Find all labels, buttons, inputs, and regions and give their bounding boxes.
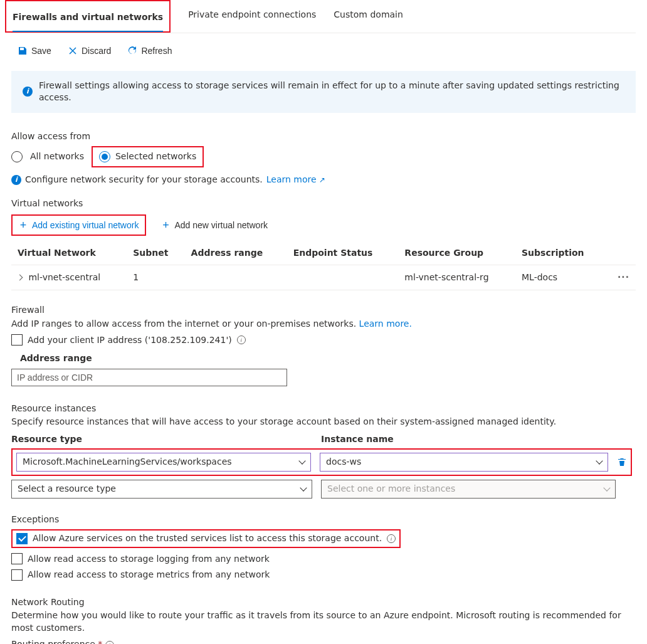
col-subscription: Subscription <box>515 242 606 265</box>
checkbox-trusted-services-label: Allow Azure services on the trusted serv… <box>33 532 382 545</box>
tabs-bar: Firewalls and virtual networks Private e… <box>11 0 636 33</box>
exceptions-heading: Exceptions <box>11 514 636 526</box>
plus-icon: + <box>19 221 28 230</box>
tab-private-endpoint[interactable]: Private endpoint connections <box>188 0 316 33</box>
learn-more-link[interactable]: Learn more ↗ <box>266 174 325 186</box>
refresh-icon <box>127 46 137 56</box>
radio-all-networks-label[interactable]: All networks <box>30 150 84 163</box>
save-button[interactable]: Save <box>14 43 55 58</box>
external-link-icon: ↗ <box>319 176 325 184</box>
col-instance-name: Instance name <box>321 433 636 446</box>
save-icon <box>18 46 28 56</box>
chevron-down-icon <box>596 457 602 464</box>
checkbox-logging[interactable] <box>11 553 23 564</box>
radio-all-networks[interactable] <box>11 151 23 162</box>
vnet-subnet: 1 <box>127 265 184 290</box>
network-routing-heading: Network Routing <box>11 596 636 609</box>
checkbox-logging-label: Allow read access to storage logging fro… <box>28 553 270 566</box>
config-security-text: i Configure network security for your st… <box>11 174 636 186</box>
allow-access-label: Allow access from <box>11 130 636 143</box>
col-virtual-network: Virtual Network <box>11 242 127 265</box>
resource-instances-heading: Resource instances <box>11 403 636 415</box>
col-subnet: Subnet <box>127 242 184 265</box>
add-new-vnet-button[interactable]: + Add new virtual network <box>155 214 274 236</box>
chevron-down-icon <box>300 484 307 491</box>
vnet-rg: ml-vnet-scentral-rg <box>398 265 515 290</box>
vnet-table: Virtual Network Subnet Address range End… <box>11 242 636 290</box>
info-banner: i Firewall settings allowing access to s… <box>11 71 636 113</box>
address-range-input[interactable] <box>11 369 287 386</box>
virtual-networks-heading: Virtual networks <box>11 198 636 210</box>
instance-name-select[interactable]: docs-ws <box>320 453 608 472</box>
highlight-firewalls-tab: Firewalls and virtual networks <box>5 0 171 33</box>
vnet-endpoint <box>287 265 399 290</box>
checkbox-trusted-services[interactable] <box>16 533 28 544</box>
info-icon: i <box>11 175 21 185</box>
highlight-resource-row: Microsoft.MachineLearningServices/worksp… <box>11 448 632 476</box>
row-more-icon[interactable]: ··· <box>618 272 629 282</box>
allow-access-radios: All networks Selected networks <box>11 146 636 167</box>
resource-type-placeholder-select[interactable]: Select a resource type <box>11 480 312 499</box>
tab-custom-domain[interactable]: Custom domain <box>334 0 403 33</box>
info-icon: i <box>23 87 33 97</box>
highlight-add-existing: + Add existing virtual network <box>11 214 146 236</box>
close-icon <box>68 46 78 56</box>
vnet-sub: ML-docs <box>515 265 606 290</box>
chevron-down-icon <box>603 484 610 491</box>
radio-selected-networks-label[interactable]: Selected networks <box>115 150 196 163</box>
radio-selected-networks[interactable] <box>99 151 110 162</box>
network-routing-desc: Determine how you would like to route yo… <box>11 610 636 634</box>
info-icon[interactable]: i <box>105 641 114 644</box>
col-address-range: Address range <box>185 242 287 265</box>
checkbox-client-ip-label: Add your client IP address ('108.252.109… <box>28 334 232 347</box>
info-icon[interactable]: i <box>387 534 396 543</box>
toolbar: Save Discard Refresh <box>11 43 636 58</box>
info-banner-text: Firewall settings allowing access to sto… <box>39 80 624 104</box>
checkbox-client-ip[interactable] <box>11 334 23 346</box>
instance-name-placeholder-select[interactable]: Select one or more instances <box>321 480 616 499</box>
add-existing-vnet-button[interactable]: + Add existing virtual network <box>13 216 145 235</box>
plus-icon: + <box>161 221 170 230</box>
checkbox-metrics[interactable] <box>11 569 23 581</box>
tab-firewalls[interactable]: Firewalls and virtual networks <box>13 3 163 31</box>
address-range-label: Address range <box>20 352 636 365</box>
highlight-trusted-services: Allow Azure services on the trusted serv… <box>11 529 401 548</box>
refresh-button[interactable]: Refresh <box>124 43 176 58</box>
col-resource-group: Resource Group <box>398 242 515 265</box>
discard-button[interactable]: Discard <box>64 43 115 58</box>
info-icon[interactable]: i <box>237 335 246 344</box>
col-resource-type: Resource type <box>11 433 312 446</box>
firewall-heading: Firewall <box>11 304 636 317</box>
highlight-selected-networks: Selected networks <box>92 146 204 167</box>
delete-icon[interactable] <box>617 457 627 467</box>
firewall-learn-more-link[interactable]: Learn more. <box>359 319 412 329</box>
vnet-name: ml-vnet-scentral <box>28 272 100 282</box>
checkbox-metrics-label: Allow read access to storage metrics fro… <box>28 569 270 581</box>
vnet-row[interactable]: ml-vnet-scentral 1 ml-vnet-scentral-rg M… <box>11 265 636 290</box>
vnet-range <box>185 265 287 290</box>
vnet-actions: + Add existing virtual network + Add new… <box>11 214 636 236</box>
resource-instances-desc: Specify resource instances that will hav… <box>11 416 636 428</box>
firewall-desc: Add IP ranges to allow access from the i… <box>11 318 636 330</box>
routing-preference-label: Routing preference * i <box>11 638 636 644</box>
col-endpoint-status: Endpoint Status <box>287 242 399 265</box>
chevron-right-icon[interactable] <box>17 274 23 280</box>
resource-type-select[interactable]: Microsoft.MachineLearningServices/worksp… <box>16 453 311 472</box>
chevron-down-icon <box>298 457 305 464</box>
